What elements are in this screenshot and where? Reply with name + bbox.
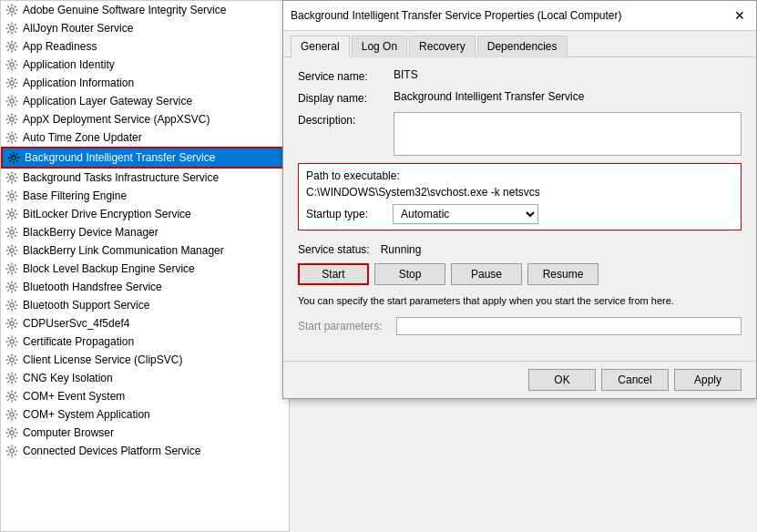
service-item[interactable]: Application Identity (1, 56, 289, 74)
description-label: Description: (298, 112, 394, 127)
service-item-label: Background Tasks Infrastructure Service (23, 171, 219, 184)
gear-icon (5, 112, 19, 127)
svg-point-13 (10, 249, 14, 252)
dialog-content: Service name: BITS Display name: Backgro… (283, 57, 756, 361)
service-item[interactable]: Bluetooth Handsfree Service (1, 278, 289, 296)
service-item[interactable]: CNG Key Isolation (1, 369, 289, 387)
svg-point-10 (10, 194, 14, 198)
gear-icon (5, 207, 19, 221)
service-item-label: Certificate Propagation (23, 335, 134, 348)
service-item[interactable]: Client License Service (ClipSVC) (1, 351, 289, 369)
svg-point-11 (10, 212, 14, 216)
tab-general[interactable]: General (291, 36, 350, 57)
gear-icon (5, 334, 19, 349)
start-params-input[interactable] (396, 317, 742, 335)
apply-button[interactable]: Apply (674, 369, 742, 391)
service-item-label: Bluetooth Handsfree Service (23, 281, 162, 293)
service-item[interactable]: Auto Time Zone Updater (1, 128, 289, 147)
display-name-value: Background Intelligent Transfer Service (394, 90, 742, 103)
service-item[interactable]: BlackBerry Link Communication Manager (1, 241, 289, 260)
svg-point-21 (10, 394, 14, 398)
service-item[interactable]: Background Intelligent Transfer Service (1, 147, 289, 169)
gear-icon (5, 21, 19, 36)
path-startup-box: Path to executable: C:\WINDOWS\System32\… (298, 163, 742, 230)
service-item-label: Block Level Backup Engine Service (23, 262, 195, 275)
gear-icon (5, 353, 19, 367)
service-item[interactable]: App Readiness (1, 37, 289, 56)
svg-point-3 (10, 63, 14, 66)
path-label: Path to executable: (306, 169, 733, 182)
display-name-row: Display name: Background Intelligent Tra… (298, 90, 742, 105)
pause-button[interactable]: Pause (451, 263, 522, 285)
service-item[interactable]: CDPUserSvc_4f5def4 (1, 314, 289, 332)
service-item[interactable]: Block Level Backup Engine Service (1, 260, 289, 278)
close-button[interactable]: ✕ (731, 6, 749, 25)
service-item[interactable]: COM+ System Application (1, 405, 289, 424)
service-item[interactable]: Connected Devices Platform Service (1, 442, 289, 460)
service-item[interactable]: AllJoyn Router Service (1, 19, 289, 37)
tab-dependencies[interactable]: Dependencies (477, 36, 568, 57)
gear-icon (6, 150, 21, 165)
service-item-label: Adobe Genuine Software Integrity Service (23, 4, 226, 16)
tab-recovery[interactable]: Recovery (409, 36, 476, 57)
startup-select[interactable]: AutomaticAutomatic (Delayed Start)Manual… (393, 204, 538, 224)
service-item-label: Client License Service (ClipSVC) (23, 353, 182, 366)
service-item-label: Auto Time Zone Updater (23, 131, 142, 144)
description-value[interactable] (394, 112, 742, 156)
gear-icon (5, 298, 19, 312)
gear-icon (5, 261, 19, 276)
cancel-button[interactable]: Cancel (601, 369, 669, 391)
ok-button[interactable]: OK (528, 369, 596, 391)
path-value: C:\WINDOWS\System32\svchost.exe -k netsv… (306, 186, 733, 199)
properties-dialog: Background Intelligent Transfer Service … (282, 0, 757, 399)
svg-point-15 (10, 285, 14, 289)
gear-icon (5, 39, 19, 54)
services-list[interactable]: Adobe Genuine Software Integrity Service… (0, 0, 290, 532)
gear-icon (5, 280, 19, 294)
gear-icon (5, 407, 19, 422)
service-item-label: COM+ Event System (23, 390, 125, 403)
svg-point-18 (10, 340, 14, 343)
service-item[interactable]: Bluetooth Support Service (1, 296, 289, 314)
service-buttons-row: Start Stop Pause Resume (298, 263, 742, 285)
tab-logon[interactable]: Log On (352, 36, 407, 57)
service-item[interactable]: Application Information (1, 74, 289, 92)
service-item[interactable]: BlackBerry Device Manager (1, 223, 289, 241)
start-button[interactable]: Start (298, 263, 369, 285)
service-item[interactable]: Application Layer Gateway Service (1, 92, 289, 110)
svg-point-0 (10, 8, 14, 12)
tab-bar: General Log On Recovery Dependencies (283, 31, 756, 57)
resume-button[interactable]: Resume (527, 263, 598, 285)
service-item-label: BitLocker Drive Encryption Service (23, 208, 191, 220)
service-item-label: Application Information (23, 77, 134, 89)
svg-point-22 (10, 413, 14, 416)
service-item-label: BlackBerry Device Manager (23, 226, 159, 239)
display-name-label: Display name: (298, 90, 394, 105)
gear-icon (5, 94, 19, 108)
service-name-row: Service name: BITS (298, 68, 742, 83)
gear-icon (5, 444, 19, 458)
gear-icon (5, 3, 19, 17)
startup-label: Startup type: (306, 208, 393, 220)
gear-icon (5, 316, 19, 331)
service-item-label: Application Identity (23, 58, 115, 71)
gear-icon (5, 425, 19, 440)
service-item-label: AppX Deployment Service (AppXSVC) (23, 113, 210, 126)
service-item-label: BlackBerry Link Communication Manager (23, 244, 224, 257)
gear-icon (5, 225, 19, 240)
service-item[interactable]: COM+ Event System (1, 387, 289, 405)
gear-icon (5, 389, 19, 404)
service-item[interactable]: Background Tasks Infrastructure Service (1, 169, 289, 187)
svg-point-23 (10, 431, 14, 435)
service-item-label: Computer Browser (23, 426, 114, 439)
service-item[interactable]: AppX Deployment Service (AppXSVC) (1, 110, 289, 128)
service-item[interactable]: Base Filtering Engine (1, 187, 289, 205)
service-item[interactable]: Certificate Propagation (1, 332, 289, 351)
service-item[interactable]: BitLocker Drive Encryption Service (1, 205, 289, 223)
service-item[interactable]: Adobe Genuine Software Integrity Service (1, 1, 289, 19)
status-section: Service status: Running Start Stop Pause… (298, 243, 742, 285)
service-item[interactable]: Computer Browser (1, 424, 289, 442)
service-item-label: Connected Devices Platform Service (23, 445, 200, 457)
stop-button[interactable]: Stop (374, 263, 445, 285)
svg-point-1 (10, 26, 14, 30)
